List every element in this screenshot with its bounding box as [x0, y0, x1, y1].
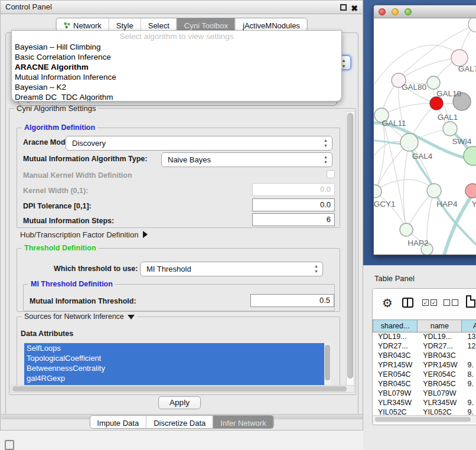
apply-button[interactable]: Apply [158, 396, 201, 409]
settings-horizontal-scrollbar[interactable] [11, 385, 354, 393]
column-header-a[interactable]: A [462, 319, 476, 332]
attribute-item-topologicalcoefficient[interactable]: TopologicalCoefficient [24, 353, 324, 363]
network-edge[interactable] [382, 103, 436, 115]
table-row[interactable]: YBL079WYBL079W [373, 389, 476, 399]
network-node[interactable] [443, 122, 457, 136]
hub-definition-toggle[interactable]: Hub/Transcription Factor Definition [20, 229, 148, 241]
network-node-swi4[interactable] [464, 146, 476, 165]
tab-jactivemnodules[interactable]: jActiveMNodules [235, 18, 307, 31]
table-row[interactable]: YER054CYER054C8. [373, 370, 476, 380]
table-panel-title: Table Panel [374, 274, 415, 283]
table-body: YDL19...YDL19...13YDR27...YDR27...12YBR0… [373, 332, 476, 415]
bottom-tab-bar: Impute DataDiscretize DataInfer Network [89, 415, 273, 429]
column-header-shared[interactable]: shared... [373, 319, 418, 332]
attribute-item-betweennesscentrality[interactable]: BetweennessCentrality [24, 363, 324, 373]
kernel-width-field[interactable]: 0.0 [252, 183, 335, 196]
table-cell: 9. [462, 399, 476, 408]
table-horizontal-scrollbar[interactable] [373, 415, 476, 423]
dropdown-item-aracne-algorithm[interactable]: ARACNE Algorithm [12, 62, 341, 72]
close-traffic-light-icon[interactable] [379, 8, 386, 15]
mi-threshold-field[interactable]: 0.5 [250, 294, 334, 307]
close-icon[interactable]: ✖ [351, 2, 358, 15]
table-row[interactable]: YBR045CYBR045C9. [373, 380, 476, 389]
minimized-panel-icon[interactable] [5, 440, 14, 450]
tab-select[interactable]: Select [141, 18, 177, 31]
network-node[interactable] [468, 18, 476, 32]
network-node-gal7[interactable] [451, 50, 468, 66]
settings-vertical-scrollbar[interactable] [346, 111, 354, 392]
tab-label: jActiveMNodules [243, 21, 300, 30]
tab-network[interactable]: Network [56, 18, 109, 31]
tab-infer-network[interactable]: Infer Network [213, 416, 273, 428]
deselect-all-columns-icon[interactable] [444, 299, 458, 306]
scrollbar-thumb[interactable] [325, 345, 330, 380]
table-toolbar: ⚙ ✓ ✓ [373, 289, 476, 319]
network-graph[interactable]: GAL7GAL80GAL10GAL1GAL11SWI4GAL4GCY1HAP4Y… [374, 18, 476, 255]
network-node-y[interactable] [465, 184, 476, 198]
export-table-icon[interactable] [466, 295, 475, 308]
select-all-columns-icon[interactable]: ✓ ✓ [422, 299, 437, 306]
sources-title[interactable]: Sources for Network Inference [22, 312, 137, 321]
tab-cyni-toolbox[interactable]: Cyni Toolbox [177, 18, 235, 31]
table-row[interactable]: YDL19...YDL19...13 [373, 332, 476, 342]
threshold-definition-group: Threshold Definition Which threshold to … [17, 248, 340, 312]
node-label-hap4: HAP4 [436, 200, 458, 208]
sources-title-text: Sources for Network Inference [24, 312, 124, 321]
tab-impute-data[interactable]: Impute Data [90, 416, 146, 428]
tab-discretize-data[interactable]: Discretize Data [146, 416, 213, 428]
table-cell: YLR345W [373, 399, 418, 408]
manual-kernel-checkbox[interactable] [327, 170, 335, 178]
network-node-gal1[interactable] [430, 97, 443, 110]
dropdown-item-bayesian-hill-climbing[interactable]: Bayesian – Hill Climbing [12, 42, 341, 52]
attributes-scrollbar[interactable] [325, 343, 331, 386]
combo-arrows-icon: ▲▼ [314, 263, 318, 274]
network-edge[interactable] [403, 142, 409, 230]
dropdown-item-dream8-dc-tdc-algorithm[interactable]: Dream8 DC_TDC Algorithm [12, 92, 341, 102]
algorithm-definition-title: Algorithm Definition [22, 123, 97, 132]
table-row[interactable]: YBR043CYBR043C [373, 351, 476, 361]
network-node-hap2[interactable] [400, 223, 413, 236]
column-header-name[interactable]: name [418, 319, 462, 332]
combo-arrows-icon: ▲▼ [324, 138, 328, 148]
tab-label: Impute Data [97, 419, 139, 428]
network-node-hap4[interactable] [427, 184, 441, 198]
dropdown-item-mutual-information-inference[interactable]: Mutual Information Inference [12, 72, 341, 82]
dropdown-item-bayesian-k2[interactable]: Bayesian – K2 [12, 82, 341, 92]
dropdown-item-basic-correlation-inference[interactable]: Basic Correlation Inference [12, 52, 341, 62]
scrollbar-thumb[interactable] [347, 113, 353, 379]
gear-icon[interactable]: ⚙ [382, 296, 393, 310]
which-threshold-combo[interactable]: MI Threshold ▲▼ [140, 262, 323, 276]
node-label-y: Y [471, 200, 476, 208]
data-attributes-list[interactable]: SelfLoopsTopologicalCoefficientBetweenne… [24, 343, 324, 386]
tab-style[interactable]: Style [109, 18, 141, 31]
network-view-window[interactable]: GAL7GAL80GAL10GAL1GAL11SWI4GAL4GCY1HAP4Y… [373, 5, 476, 255]
network-window-titlebar[interactable] [374, 5, 476, 18]
scrollbar-thumb[interactable] [375, 417, 471, 422]
attribute-item-selfloops[interactable]: SelfLoops [24, 343, 324, 353]
table-row[interactable]: YIL052CYIL052C9. [373, 408, 476, 415]
aracne-mode-combo[interactable]: Discovery ▲▼ [66, 136, 332, 151]
mi-type-combo[interactable]: Naive Bayes ▲▼ [161, 152, 332, 167]
network-edge[interactable] [375, 191, 406, 230]
table-cell: 12 [462, 342, 476, 351]
minimize-traffic-light-icon[interactable] [392, 8, 399, 15]
table-cell [462, 389, 476, 399]
zoom-traffic-light-icon[interactable] [405, 8, 412, 15]
network-edge[interactable] [374, 180, 435, 195]
attribute-item-gal4rgexp[interactable]: gal4RGexp [24, 373, 324, 383]
float-window-icon[interactable] [340, 4, 347, 11]
node-label-gal1: GAL1 [438, 113, 458, 122]
table-cell: YDL19... [418, 332, 462, 342]
table-row[interactable]: YPR145WYPR145W9. [373, 361, 476, 370]
table-row[interactable]: YLR345WYLR345W9. [373, 399, 476, 408]
kernel-width-label: Kernel Width (0,1): [23, 185, 88, 197]
scrollbar-thumb[interactable] [12, 386, 347, 392]
network-node-gal10[interactable] [427, 76, 440, 89]
columns-icon[interactable] [402, 298, 413, 308]
dpi-tolerance-field[interactable]: 0.0 [252, 198, 335, 211]
mi-steps-field[interactable]: 6 [252, 213, 335, 226]
table-row[interactable]: YDR27...YDR27...12 [373, 342, 476, 351]
table-cell: YBL079W [373, 389, 418, 399]
network-node-gal4[interactable] [400, 133, 418, 151]
tab-label: Network [73, 21, 102, 30]
